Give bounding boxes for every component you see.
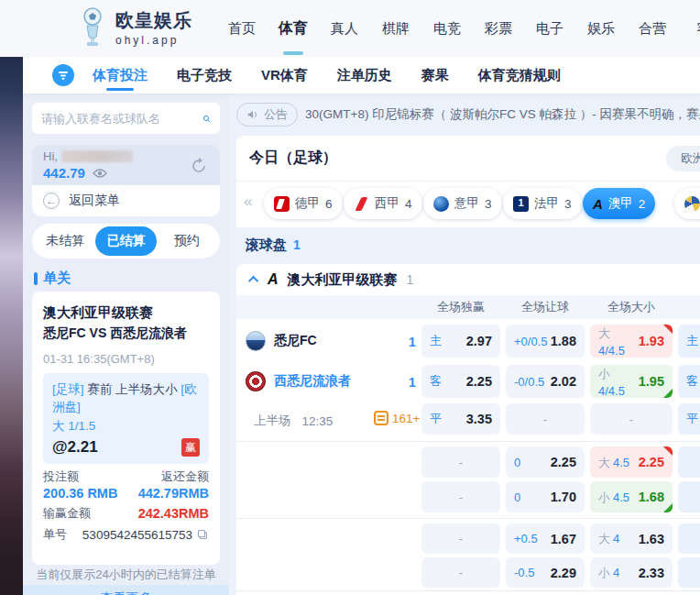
top-nav-service[interactable]: 客 xyxy=(689,0,700,57)
market-type-pill[interactable]: 欧洲盘 xyxy=(666,146,700,171)
dash: - xyxy=(459,490,463,504)
top-nav-lottery[interactable]: 彩票 xyxy=(484,0,513,57)
cell-label: -0/0.5 xyxy=(514,375,544,389)
chip-bundesliga[interactable]: 德甲 6 xyxy=(264,188,343,219)
chip-ligue1[interactable]: 法甲 3 xyxy=(503,188,582,219)
odds-cell-handicap[interactable]: -0.5 2.29 xyxy=(506,557,585,588)
odds-cell-home-win[interactable]: 主 2.97 xyxy=(421,325,500,358)
tab-esports[interactable]: 电子竞技 xyxy=(177,57,232,94)
collapse-chevron-icon[interactable] xyxy=(248,276,258,286)
top-nav-home[interactable]: 首页 xyxy=(227,0,257,57)
sydney-fc-crest-icon xyxy=(246,331,266,351)
odds-cell-over[interactable]: 大4.5 2.25 xyxy=(590,446,673,478)
refresh-icon[interactable] xyxy=(189,156,209,176)
brand-name: 欧皇娱乐 xyxy=(115,8,192,33)
dash: - xyxy=(459,532,463,545)
bet-tag-stage: 赛前 上半场大小 xyxy=(87,382,177,396)
scroll-left-icon[interactable]: « xyxy=(244,193,250,211)
odds-cell-partial[interactable] xyxy=(678,446,700,478)
more-markets-link[interactable]: 161+ xyxy=(374,411,420,425)
odds-cell-over[interactable]: 大4/4.5 1.93 xyxy=(590,325,673,358)
odds-cell-over[interactable]: 大4 1.63 xyxy=(590,523,673,554)
tab-reserved[interactable]: 预约 xyxy=(157,226,217,256)
odds-cell-home-handicap[interactable]: +0/0.5 1.88 xyxy=(506,325,585,358)
top-nav-cards[interactable]: 棋牌 xyxy=(381,0,410,57)
tab-sports-betting-label: 体育投注 xyxy=(93,67,148,83)
eye-icon[interactable] xyxy=(93,168,107,179)
odds-cell-under[interactable]: 小4 2.33 xyxy=(590,557,673,588)
tab-sports-betting[interactable]: 体育投注 xyxy=(93,57,148,94)
chip-aleague[interactable]: A 澳甲 2 xyxy=(583,188,655,219)
top-nav-sports[interactable]: 体育 xyxy=(279,0,308,57)
filter-button[interactable] xyxy=(52,64,74,86)
announcement-pill[interactable]: 公告 xyxy=(236,103,298,127)
view-more-button[interactable]: 查看更多 xyxy=(23,585,229,595)
top-nav-esports[interactable]: 电竞 xyxy=(432,0,462,57)
more-markets-count: 161+ xyxy=(392,412,420,425)
brand-logo[interactable]: 欧皇娱乐 ohyl.app xyxy=(77,7,192,48)
tab-bet-history[interactable]: 注单历史 xyxy=(337,57,392,94)
odds-cell-handicap[interactable]: 0 2.25 xyxy=(506,446,585,478)
odds-cell-handicap[interactable]: +0.5 1.67 xyxy=(506,523,585,554)
odds-cell-under[interactable]: 小4.5 1.68 xyxy=(590,481,673,512)
cell-odds: 1.70 xyxy=(551,490,576,504)
tab-rules[interactable]: 体育竞猜规则 xyxy=(478,57,561,94)
odds-cell-partial[interactable]: 客 xyxy=(678,365,700,398)
winloss-value: 242.43RMB xyxy=(138,506,209,521)
search-input[interactable] xyxy=(41,112,202,126)
back-to-menu-button[interactable]: ← 返回菜单 xyxy=(32,185,220,216)
stake-value: 200.36 RMB xyxy=(43,486,117,501)
search-icon[interactable] xyxy=(202,111,211,127)
live-betting-row[interactable]: 滚球盘 1 xyxy=(246,237,301,254)
match-period: 上半场 xyxy=(254,413,291,429)
row-divider xyxy=(236,590,700,591)
chip-count: 6 xyxy=(325,197,333,211)
top-nav-affiliate[interactable]: 合营 xyxy=(638,0,667,57)
filter-icon xyxy=(57,69,70,82)
odds-cell-partial[interactable]: 平 xyxy=(678,403,700,435)
chip-seriea[interactable]: 意甲 3 xyxy=(423,188,502,219)
odds-cell-away-win[interactable]: 客 2.25 xyxy=(421,365,500,398)
bundesliga-icon xyxy=(274,196,290,212)
stadium-background-strip xyxy=(0,57,23,595)
megaphone-icon xyxy=(246,108,259,121)
odds-cell-partial[interactable] xyxy=(678,523,700,554)
cell-odds: 1.93 xyxy=(639,334,664,348)
chip-count: 2 xyxy=(639,197,646,211)
chip-laliga[interactable]: 西甲 4 xyxy=(344,188,422,219)
away-team-name: 西悉尼流浪者 xyxy=(274,373,351,390)
chip-label: 法甲 xyxy=(534,195,559,212)
cell-odds: 1.95 xyxy=(639,374,664,389)
return-label: 返还金额 xyxy=(161,468,209,485)
odds-cell-under[interactable]: 小4/4.5 1.95 xyxy=(590,365,673,398)
cell-side: 小 xyxy=(598,566,610,579)
odds-cell-away-handicap[interactable]: -0/0.5 2.02 xyxy=(506,365,585,398)
chip-label: 澳甲 xyxy=(608,195,633,212)
odds-cell-empty: - xyxy=(421,557,500,588)
odds-cell-partial[interactable]: 主 xyxy=(678,325,700,358)
active-underline xyxy=(283,51,303,55)
tab-results[interactable]: 赛果 xyxy=(421,57,449,94)
tab-vr-sports[interactable]: VR体育 xyxy=(261,57,308,94)
today-football-title: 今日（足球） xyxy=(249,149,337,168)
col-fulltime-overunder: 全场大小 xyxy=(590,295,673,319)
copy-icon[interactable] xyxy=(196,528,209,541)
odds-cell-partial[interactable] xyxy=(678,557,700,588)
odds-down-indicator xyxy=(663,389,673,398)
odds-cell-draw[interactable]: 平 3.35 xyxy=(421,403,500,435)
top-nav-live[interactable]: 真人 xyxy=(330,0,359,57)
tab-unsettled[interactable]: 未结算 xyxy=(35,226,95,256)
cell-line: 4 xyxy=(613,532,619,545)
top-nav-slots[interactable]: 电子 xyxy=(535,0,564,57)
odds-cell-partial[interactable] xyxy=(678,481,700,512)
odds-cell-handicap[interactable]: 0 1.70 xyxy=(506,481,585,512)
top-nav-entertainment[interactable]: 娱乐 xyxy=(586,0,616,57)
chip-championship[interactable]: 英冠 xyxy=(674,188,700,219)
win-badge: 赢 xyxy=(181,438,200,457)
ligue1-icon xyxy=(513,196,529,212)
cell-line: 4.5 xyxy=(613,456,629,469)
top-nav: 欧皇娱乐 ohyl.app 首页 体育 真人 棋牌 电竞 彩票 电子 娱乐 合营… xyxy=(0,0,700,57)
match-time-row: 上半场 12:35 xyxy=(254,413,333,429)
tab-settled[interactable]: 已结算 xyxy=(95,226,156,256)
single-bet-section-title: 单关 xyxy=(34,270,71,287)
